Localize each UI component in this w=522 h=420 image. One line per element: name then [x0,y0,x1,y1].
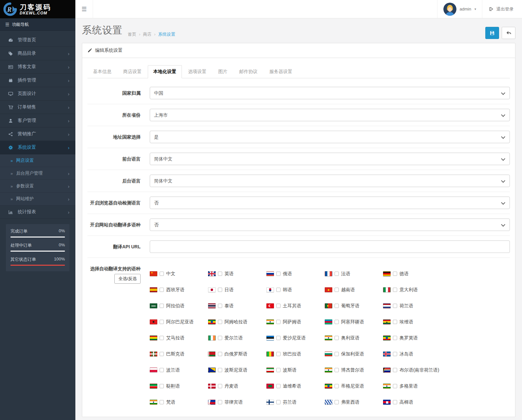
auto-translate-select[interactable]: 否 [150,219,510,231]
sidebar-item-design[interactable]: 页面设计› [0,87,75,101]
language-checkbox[interactable] [393,368,397,372]
language-item[interactable]: 迪维希语 [266,383,325,389]
browser-language-detect-select[interactable]: 否 [150,197,510,209]
language-item[interactable]: 波斯语 [266,367,325,373]
language-item[interactable]: 班巴拉语 [266,351,325,357]
language-item[interactable]: 高棉语 [383,399,510,405]
language-item[interactable]: 梵语 [150,399,208,405]
sidebar-subitem-parameters[interactable]: »参数设置› [0,180,75,193]
language-checkbox[interactable] [335,288,339,292]
language-checkbox[interactable] [218,400,222,404]
address-country-select[interactable]: 是 [150,131,510,143]
sidebar-item-customers[interactable]: 客户管理› [0,114,75,127]
language-item[interactable]: 俄语 [266,271,325,277]
language-item[interactable]: 冰岛语 [383,351,510,357]
language-checkbox[interactable] [276,304,280,308]
sidebar-item-blog[interactable]: 博客文章› [0,60,75,74]
language-item[interactable]: 法语 [325,271,383,277]
breadcrumb-item[interactable]: 系统设置 [158,31,175,37]
language-checkbox[interactable] [335,400,339,404]
tab-server[interactable]: 服务器设置 [264,65,298,78]
language-item[interactable]: 鞑靼语 [150,383,208,389]
language-checkbox[interactable] [276,384,280,388]
language-checkbox[interactable] [335,368,339,372]
language-checkbox[interactable] [276,288,280,292]
language-item[interactable]: 埃维语 [383,319,510,325]
sidebar-subitem-store-settings[interactable]: »网店设置 [0,154,75,167]
back-button[interactable] [502,27,515,39]
language-item[interactable]: 阿拉伯语 [150,303,208,309]
language-checkbox[interactable] [276,400,280,404]
language-item[interactable]: 英语 [208,271,266,277]
language-item[interactable]: 奥利亚语 [325,335,383,341]
language-item[interactable]: 荷兰语 [383,303,510,309]
language-item[interactable]: 德语 [383,271,510,277]
language-item[interactable]: 博杰普尔语 [325,367,383,373]
sidebar-item-catalog[interactable]: 商品目录› [0,47,75,60]
language-checkbox[interactable] [160,352,164,356]
language-checkbox[interactable] [335,304,339,308]
sidebar-item-marketing[interactable]: 营销推广› [0,127,75,141]
language-checkbox[interactable] [218,384,222,388]
language-item[interactable]: 菲律宾语 [208,399,266,405]
language-checkbox[interactable] [160,384,164,388]
language-item[interactable]: 爱尔兰语 [208,335,266,341]
tab-images[interactable]: 图片 [213,65,233,78]
language-item[interactable]: 葡萄牙语 [325,303,383,309]
language-item[interactable]: 意大利语 [383,287,510,293]
language-checkbox[interactable] [218,336,222,340]
sidebar-subitem-maintenance[interactable]: »网站维护› [0,193,75,205]
language-checkbox[interactable] [160,400,164,404]
language-item[interactable]: 蒂格尼亚语 [325,383,383,389]
language-checkbox[interactable] [160,288,164,292]
tab-options[interactable]: 选项设置 [183,65,212,78]
language-item[interactable]: 巴斯克语 [150,351,208,357]
language-item[interactable]: 弗里西语 [325,399,383,405]
language-checkbox[interactable] [393,384,397,388]
language-checkbox[interactable] [335,352,339,356]
language-item[interactable]: 阿姆哈拉语 [208,319,266,325]
language-item[interactable]: 西班牙语 [150,287,208,293]
breadcrumb-item[interactable]: 商店 [143,31,151,37]
language-checkbox[interactable] [276,336,280,340]
language-item[interactable]: 多格里语 [383,383,510,389]
save-button[interactable] [485,27,499,39]
tab-store[interactable]: 商店设置 [118,65,147,78]
tab-localization[interactable]: 本地化设置 [148,65,182,78]
province-select[interactable]: 上海市 [150,109,510,121]
language-checkbox[interactable] [276,320,280,324]
language-checkbox[interactable] [393,304,397,308]
sidebar-item-extensions[interactable]: 插件管理› [0,74,75,87]
language-checkbox[interactable] [335,320,339,324]
language-item[interactable]: 土耳其语 [266,303,325,309]
language-item[interactable]: 保加利亚语 [325,351,383,357]
language-item[interactable]: 泰语 [208,303,266,309]
language-checkbox[interactable] [393,336,397,340]
language-checkbox[interactable] [276,368,280,372]
tab-mail[interactable]: 邮件协议 [234,65,263,78]
language-checkbox[interactable] [218,368,222,372]
breadcrumb-item[interactable]: 首页 [128,31,136,37]
language-item[interactable]: 芬兰语 [266,399,325,405]
language-checkbox[interactable] [335,272,339,276]
language-item[interactable]: 阿尔巴尼亚语 [150,319,208,325]
language-item[interactable]: 波斯尼亚语 [208,367,266,373]
language-checkbox[interactable] [393,400,397,404]
language-checkbox[interactable] [218,304,222,308]
translate-api-url-input[interactable] [150,240,510,253]
language-item[interactable]: 越南语 [325,287,383,293]
language-item[interactable]: 奥罗莫语 [383,335,510,341]
language-item[interactable]: 韩语 [266,287,325,293]
language-checkbox[interactable] [335,336,339,340]
sidebar-subitem-admin-users[interactable]: »后台用户管理› [0,167,75,180]
brand-logo[interactable]: R 刀客源码 DKEWL.COM [0,0,75,18]
language-checkbox[interactable] [160,272,164,276]
language-checkbox[interactable] [160,320,164,324]
language-checkbox[interactable] [160,368,164,372]
language-item[interactable]: 爱沙尼亚语 [266,335,325,341]
language-item[interactable]: 波兰语 [150,367,208,373]
language-item[interactable]: 日语 [208,287,266,293]
hamburger-button[interactable]: ☰ [75,0,93,18]
language-checkbox[interactable] [160,304,164,308]
user-menu[interactable]: admin ▾ [437,0,482,18]
